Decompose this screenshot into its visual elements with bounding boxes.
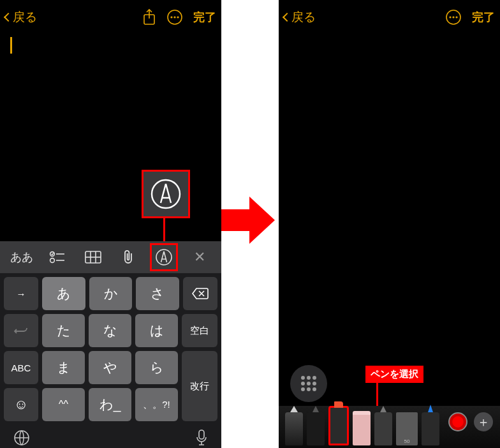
pen-tool[interactable] [307, 412, 325, 445]
key-ta[interactable]: た [42, 314, 85, 347]
text-cursor [10, 37, 12, 54]
add-tool-button[interactable]: ＋ [474, 412, 493, 431]
key-a[interactable]: あ [42, 277, 85, 310]
more-icon[interactable] [166, 9, 183, 26]
key-ka[interactable]: か [89, 277, 133, 310]
arrow-icon [216, 191, 277, 249]
mic-icon[interactable] [195, 429, 209, 448]
crayon-tool[interactable] [422, 412, 439, 445]
text-style-button[interactable]: ああ [4, 241, 40, 273]
key-emoji[interactable]: ☺ [4, 388, 38, 421]
transition-gap [221, 0, 279, 448]
back-label: 戻る [291, 9, 316, 26]
key-ya[interactable]: や [89, 351, 131, 384]
color-picker[interactable] [448, 412, 467, 431]
key-abc[interactable]: ABC [4, 351, 38, 384]
lasso-tool[interactable] [374, 412, 392, 445]
phone-left: 戻る 完了 ああ [0, 0, 221, 448]
svg-point-2 [170, 16, 172, 18]
checklist-button[interactable] [40, 241, 75, 273]
ruler-tool[interactable] [396, 412, 418, 445]
pencil-tool[interactable] [285, 412, 303, 445]
back-button[interactable]: 戻る [284, 9, 316, 26]
apps-button[interactable] [290, 365, 327, 402]
phone-right: 戻る 完了 ペンを選択 [279, 0, 500, 448]
key-arrow[interactable]: → [4, 277, 38, 310]
back-button[interactable]: 戻る [5, 9, 37, 26]
svg-point-20 [455, 16, 457, 18]
done-button[interactable]: 完了 [472, 10, 495, 25]
nav-bar: 戻る 完了 [279, 0, 500, 34]
markup-highlight [150, 243, 178, 271]
callout-markup-icon [142, 170, 190, 218]
svg-point-8 [50, 258, 54, 263]
key-ma[interactable]: ま [42, 351, 85, 384]
keyboard: → あ か さ た な は 空白 ABC ま や ら [0, 273, 221, 448]
markup-button[interactable] [146, 241, 182, 273]
key-delete[interactable] [183, 277, 217, 310]
x-icon: ✕ [194, 249, 205, 265]
key-sa[interactable]: さ [136, 277, 179, 310]
key-ra[interactable]: ら [135, 351, 178, 384]
chevron-left-icon [4, 13, 13, 22]
key-undo[interactable] [4, 314, 38, 347]
marker-tool[interactable] [328, 406, 349, 445]
key-space[interactable]: 空白 [182, 314, 217, 347]
table-button[interactable] [75, 241, 111, 273]
callout-connector [376, 383, 378, 406]
attachment-button[interactable] [110, 241, 146, 273]
callout-label: ペンを選択 [365, 366, 423, 383]
nav-bar: 戻る 完了 [0, 0, 221, 34]
share-icon[interactable] [142, 9, 156, 26]
key-kao[interactable]: ^^ [42, 388, 85, 421]
svg-point-19 [452, 16, 454, 18]
format-bar: ああ ✕ [0, 241, 221, 273]
globe-icon[interactable] [13, 429, 31, 448]
svg-rect-16 [199, 430, 204, 439]
eraser-tool[interactable] [353, 412, 371, 445]
key-wa[interactable]: わ_ [89, 388, 131, 421]
svg-point-4 [177, 16, 179, 18]
close-keyboard-button[interactable]: ✕ [182, 241, 217, 273]
back-label: 戻る [13, 9, 37, 26]
key-ha[interactable]: は [135, 314, 178, 347]
key-punct[interactable]: 、。?! [135, 388, 178, 421]
svg-point-3 [173, 16, 175, 18]
chevron-left-icon [283, 13, 291, 22]
drawing-toolbar: ＋ [279, 406, 500, 448]
more-icon[interactable] [445, 9, 462, 26]
key-na[interactable]: な [89, 314, 131, 347]
svg-point-18 [449, 16, 451, 18]
grid-icon [301, 376, 316, 391]
done-button[interactable]: 完了 [193, 10, 216, 25]
